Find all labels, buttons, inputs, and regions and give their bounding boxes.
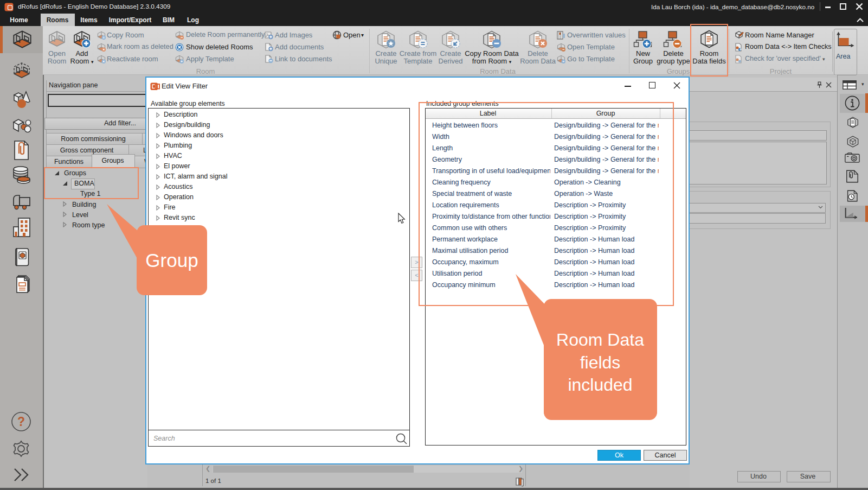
- svg-text:?: ?: [17, 415, 25, 429]
